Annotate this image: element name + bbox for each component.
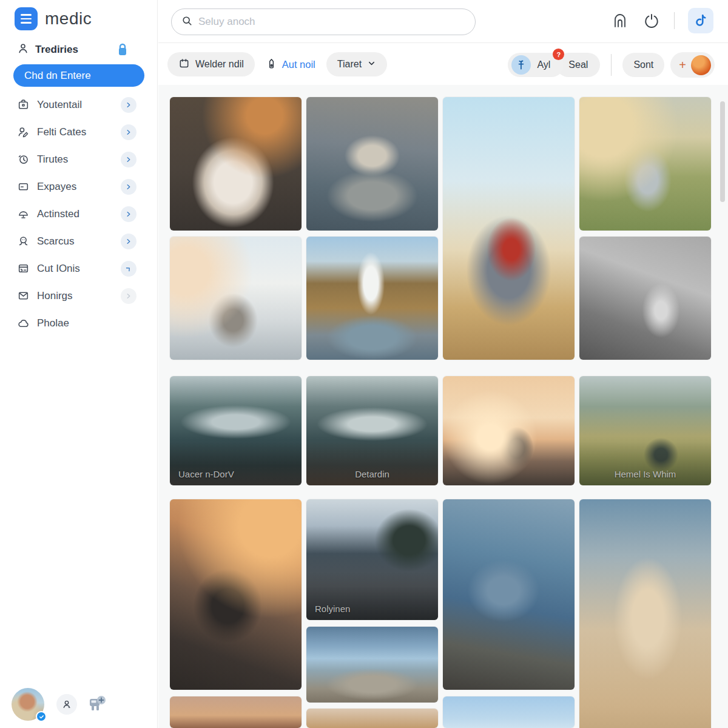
sidebar-item-label: Tirutes <box>37 153 68 166</box>
photo-bw-dry-trees[interactable] <box>579 237 711 360</box>
dropdown-filter-label: Tiaret <box>337 59 362 70</box>
photo-sunset-watcher[interactable] <box>443 376 575 485</box>
photo-white-cat[interactable] <box>170 97 302 231</box>
photo-woman-by-sea[interactable] <box>443 499 575 690</box>
flag-icon <box>511 55 531 75</box>
sidebar-item-youtentail[interactable]: Youtentail <box>0 91 158 118</box>
plus-icon: + <box>679 58 686 72</box>
topbar <box>158 0 728 43</box>
chevron-right-icon[interactable] <box>121 152 136 167</box>
topbar-divider <box>674 12 675 29</box>
chevron-right-icon[interactable] <box>121 179 136 195</box>
sidebar-item-label: Cut IOnis <box>37 263 80 275</box>
add-person-button[interactable]: + <box>670 52 715 78</box>
photo-woman-hat-field[interactable] <box>443 97 575 360</box>
brand-name: medic <box>45 9 92 29</box>
tag-filter-button[interactable]: Aut noil <box>266 57 315 72</box>
person-icon <box>17 42 29 57</box>
chevron-right-icon[interactable] <box>121 97 136 113</box>
photo-lake-rocks[interactable] <box>306 627 438 703</box>
photo-waterfall-valley[interactable] <box>306 237 438 360</box>
scrollbar-thumb[interactable] <box>720 101 725 202</box>
menu-hamburger-button[interactable] <box>15 7 38 30</box>
photo-hiker-in-fog[interactable] <box>170 237 302 360</box>
filter-bar: Welder ndil Aut noil Tiaret <box>158 44 728 85</box>
chevron-right-icon[interactable] <box>121 206 136 222</box>
sidebar-item-tirutes[interactable]: Tirutes <box>0 146 158 173</box>
sidebar-item-label: Actinsted <box>37 208 79 220</box>
tag-icon <box>266 57 277 72</box>
search-box[interactable] <box>171 8 476 35</box>
sidebar-item-active[interactable]: Chd dn Entere <box>13 64 144 87</box>
camera-bot-icon[interactable] <box>86 694 108 715</box>
sidebar-item-label: Felti Cates <box>37 126 86 138</box>
sort-label: Sont <box>633 59 653 70</box>
sidebar-item-label: Expayes <box>37 181 76 193</box>
brand-logo: medic <box>15 7 92 30</box>
card-icon <box>17 180 30 193</box>
profile-label: Trediries <box>35 44 78 56</box>
photo-face-closeup[interactable] <box>170 696 302 728</box>
card-note-icon <box>17 262 30 275</box>
view-toggle: Ayl ? Seal <box>508 53 600 77</box>
chevron-right-icon[interactable] <box>121 261 136 277</box>
sidebar-item-label: Honirgs <box>37 290 73 302</box>
search-input[interactable] <box>198 16 441 28</box>
avatar-status-badge <box>36 711 47 722</box>
sidebar-profile-row[interactable]: Trediries <box>17 42 141 57</box>
photo-road-photographer[interactable]: Rolyinen <box>306 499 438 620</box>
account-button[interactable] <box>56 694 77 715</box>
person-edit-icon <box>17 126 30 138</box>
photo-valley-walker[interactable]: Hemel Is Whim <box>579 376 711 485</box>
chevron-right-icon[interactable] <box>121 124 136 140</box>
toggle-seal-label: Seal <box>568 59 588 70</box>
sidebar-item-label: Scarcus <box>37 235 74 248</box>
photo-label: Uacer n-DorV <box>170 469 302 479</box>
sidebar-item-cut-ionis[interactable]: Cut IOnis <box>0 255 158 282</box>
app-logo-button[interactable] <box>688 8 713 33</box>
search-icon <box>181 15 193 29</box>
sidebar: medic Trediries Chd dn Entere <box>0 0 158 728</box>
photo-woman-sunset-rocks[interactable] <box>170 499 302 690</box>
sidebar-item-label: Pholae <box>37 317 69 329</box>
sidebar-item-scarcus[interactable]: Scarcus <box>0 228 158 255</box>
lock-icon <box>116 42 129 59</box>
sidebar-item-actinsted[interactable]: Actinsted <box>0 200 158 228</box>
person-chat-icon <box>17 235 30 248</box>
tag-filter-label: Aut noil <box>282 59 315 70</box>
photo-label: Detardin <box>306 469 438 479</box>
photo-golden-dog[interactable] <box>579 499 711 728</box>
sidebar-item-honirgs[interactable]: Honirgs <box>0 282 158 309</box>
photo-misty-mountains-2[interactable]: Detardin <box>306 376 438 485</box>
dropdown-filter-button[interactable]: Tiaret <box>326 52 387 76</box>
sidebar-item-felti-cates[interactable]: Felti Cates <box>0 118 158 146</box>
bookmark-arch-icon[interactable] <box>611 12 629 30</box>
chevron-right-icon[interactable] <box>121 288 136 304</box>
photo-woman-sitting-field[interactable] <box>579 97 711 231</box>
toggle-ayl-label: Ayl <box>537 59 550 70</box>
sidebar-active-label: Chd dn Entere <box>24 70 91 82</box>
sidebar-footer <box>0 686 158 728</box>
photo-blue-sky[interactable] <box>443 696 575 728</box>
photo-gallery: Uacer n-DorV Detardin Hemel Is Whim Roly… <box>158 85 728 728</box>
power-icon[interactable] <box>642 12 661 30</box>
date-filter-button[interactable]: Welder ndil <box>167 52 255 76</box>
clock-icon <box>17 153 30 166</box>
photo-label: Rolyinen <box>306 604 438 614</box>
sidebar-item-pholae[interactable]: Pholae <box>0 309 158 337</box>
sidebar-item-label: Youtentail <box>37 99 82 111</box>
sidebar-menu: Youtentail Felti Cates Tir <box>0 91 158 337</box>
photo-misty-mountains-1[interactable]: Uacer n-DorV <box>170 376 302 485</box>
mail-icon <box>17 289 30 302</box>
app-window: medic Trediries Chd dn Entere <box>0 0 728 728</box>
photo-cat-on-rock[interactable] <box>306 97 438 231</box>
briefcase-icon <box>17 98 30 111</box>
cloud-icon <box>17 317 30 329</box>
sidebar-item-expayes[interactable]: Expayes <box>0 173 158 200</box>
chevron-down-icon <box>367 59 376 70</box>
sort-button[interactable]: Sont <box>622 53 664 77</box>
photo-warm-mountains[interactable] <box>306 709 438 728</box>
calendar-icon <box>178 58 190 72</box>
photo-label: Hemel Is Whim <box>579 469 711 479</box>
chevron-right-icon[interactable] <box>121 234 136 249</box>
